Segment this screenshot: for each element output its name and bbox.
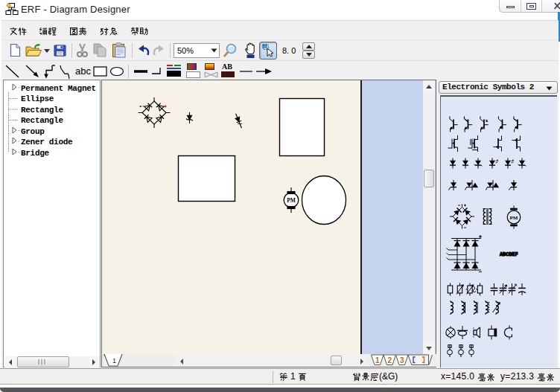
svg-text:2: 2 bbox=[388, 356, 392, 364]
svg-text:PM: PM bbox=[287, 197, 296, 204]
svg-text:1: 1 bbox=[375, 356, 380, 364]
svg-text:Zener diode: Zener diode bbox=[21, 138, 73, 147]
svg-text:ABCDEF: ABCDEF bbox=[500, 251, 518, 257]
svg-text:1: 1 bbox=[112, 357, 116, 364]
svg-text:PM: PM bbox=[510, 215, 518, 221]
svg-text:Bridge: Bridge bbox=[21, 149, 50, 158]
svg-text:Permanent Magnet: Permanent Magnet bbox=[21, 84, 96, 93]
svg-text:Rectangle: Rectangle bbox=[21, 106, 63, 115]
svg-text:Ellipse: Ellipse bbox=[21, 94, 54, 103]
svg-text:Rectangle: Rectangle bbox=[21, 116, 63, 125]
svg-text:3: 3 bbox=[400, 356, 404, 364]
svg-text:Group: Group bbox=[21, 127, 45, 136]
